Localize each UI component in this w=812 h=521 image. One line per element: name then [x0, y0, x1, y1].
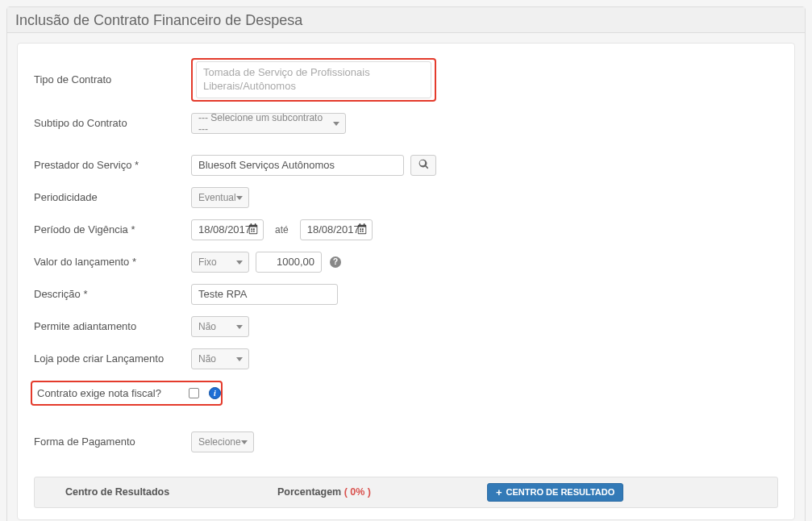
label-exige-nf: Contrato exige nota fiscal?: [32, 387, 189, 399]
row-adiantamento: Permite adiantamento Não: [34, 316, 778, 337]
data-inicio-value: 18/08/2017: [198, 223, 251, 235]
col-porcentagem: Porcentagem ( 0% ): [277, 486, 487, 498]
label-valor: Valor do lançamento *: [34, 256, 191, 268]
label-subtipo: Subtipo do Contrato: [34, 117, 191, 129]
prestador-input[interactable]: [191, 155, 404, 176]
valor-tipo-select[interactable]: Fixo: [191, 252, 249, 273]
add-centro-label: CENTRO DE RESULTADO: [506, 487, 615, 497]
highlight-exige-nf: Contrato exige nota fiscal? i: [31, 381, 223, 406]
search-icon: [418, 159, 429, 172]
add-centro-resultado-button[interactable]: + CENTRO DE RESULTADO: [487, 483, 623, 502]
plus-icon: +: [496, 487, 502, 498]
row-descricao: Descrição *: [34, 284, 778, 305]
row-forma-pagamento: Forma de Pagamento Selecione: [34, 431, 778, 452]
highlight-tipo-contrato: Tomada de Serviço de Profissionais Liber…: [191, 58, 436, 102]
row-vigencia: Período de Vigência * 18/08/2017 até 18/…: [34, 219, 778, 240]
label-tipo-contrato: Tipo de Contrato: [34, 73, 191, 85]
prestador-search-button[interactable]: [410, 155, 436, 176]
label-periodicidade: Periodicidade: [34, 191, 191, 203]
label-forma-pagamento: Forma de Pagamento: [34, 436, 191, 448]
form-card: Tipo de Contrato Tomada de Serviço de Pr…: [17, 43, 795, 520]
row-subtipo: Subtipo do Contrato --- Selecione um sub…: [34, 113, 778, 134]
info-icon[interactable]: i: [209, 387, 221, 399]
results-header: Centro de Resultados Porcentagem ( 0% ) …: [34, 477, 778, 508]
valor-input[interactable]: [256, 252, 322, 273]
subtipo-select[interactable]: --- Selecione um subcontrato ---: [191, 113, 346, 134]
ate-label: até: [275, 224, 289, 235]
page-wrapper: Inclusão de Contrato Financeiro de Despe…: [6, 6, 806, 521]
adiantamento-select[interactable]: Não: [191, 316, 249, 337]
row-periodicidade: Periodicidade Eventual: [34, 187, 778, 208]
label-loja-lancamento: Loja pode criar Lançamento: [34, 352, 191, 365]
help-icon[interactable]: ?: [330, 256, 341, 268]
porcentagem-value: ( 0% ): [344, 486, 371, 498]
porcentagem-label: Porcentagem: [277, 486, 341, 498]
label-descricao: Descrição *: [34, 288, 191, 300]
row-valor: Valor do lançamento * Fixo ?: [34, 252, 778, 273]
loja-lancamento-select[interactable]: Não: [191, 348, 249, 369]
data-inicio-input[interactable]: 18/08/2017: [191, 219, 264, 240]
data-fim-input[interactable]: 18/08/2017: [300, 219, 373, 240]
row-prestador: Prestador do Serviço *: [34, 155, 778, 176]
calendar-icon: [248, 223, 259, 237]
calendar-icon: [356, 223, 368, 237]
row-tipo-contrato: Tipo de Contrato Tomada de Serviço de Pr…: [34, 58, 778, 102]
page-title: Inclusão de Contrato Financeiro de Despe…: [7, 7, 805, 33]
periodicidade-select[interactable]: Eventual: [191, 187, 249, 208]
tipo-contrato-field: Tomada de Serviço de Profissionais Liber…: [196, 61, 431, 98]
row-loja-lancamento: Loja pode criar Lançamento Não: [34, 348, 778, 369]
col-centro-resultados: Centro de Resultados: [65, 486, 277, 498]
forma-pagamento-select[interactable]: Selecione: [191, 431, 254, 452]
row-exige-nf: Contrato exige nota fiscal? i: [34, 381, 778, 406]
exige-nf-checkbox[interactable]: [189, 388, 199, 398]
label-prestador: Prestador do Serviço *: [34, 159, 191, 171]
data-fim-value: 18/08/2017: [307, 223, 360, 235]
descricao-input[interactable]: [191, 284, 338, 305]
label-adiantamento: Permite adiantamento: [34, 320, 191, 332]
label-vigencia: Período de Vigência *: [34, 223, 191, 235]
